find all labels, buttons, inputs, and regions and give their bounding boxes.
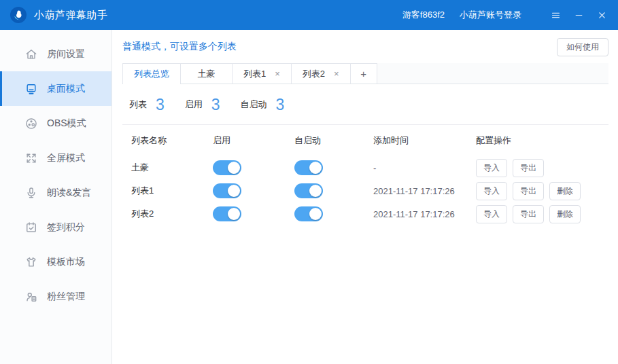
app-body: 房间设置桌面模式OBS模式全屏模式朗读&发言签到积分模板市场粉丝管理 普通模式，… — [0, 30, 618, 364]
sidebar-item-label: 桌面模式 — [47, 83, 85, 95]
autostart-toggle[interactable] — [294, 183, 323, 198]
fullscreen-icon — [24, 151, 38, 165]
desktop-icon — [24, 82, 38, 96]
add-tab-button[interactable]: + — [350, 63, 377, 84]
login-link[interactable]: 小葫芦账号登录 — [460, 9, 521, 21]
sidebar-item-label: OBS模式 — [47, 117, 86, 130]
enabled-toggle[interactable] — [213, 160, 241, 175]
import-button[interactable]: 导入 — [476, 182, 507, 200]
stat-value: 3 — [276, 96, 285, 114]
column-header: 添加时间 — [373, 134, 476, 147]
microphone-icon — [24, 186, 38, 200]
shirt-icon — [24, 255, 38, 269]
column-header: 列表名称 — [131, 134, 213, 147]
main-header: 普通模式，可设置多个列表 如何使用 — [122, 39, 608, 55]
stat-label: 启用 — [185, 98, 203, 111]
tab-close-icon[interactable]: × — [334, 69, 339, 78]
sidebar: 房间设置桌面模式OBS模式全屏模式朗读&发言签到积分模板市场粉丝管理 — [0, 30, 112, 364]
menu-icon[interactable] — [549, 8, 562, 22]
stat-0: 列表3 — [129, 96, 165, 114]
toggle-knob — [228, 162, 240, 174]
sidebar-item-label: 朗读&发言 — [47, 187, 91, 199]
tab-list2[interactable]: 列表2× — [291, 63, 351, 84]
close-icon[interactable] — [595, 8, 608, 22]
tab-overview[interactable]: 列表总览 — [122, 63, 181, 84]
tab-bar: 列表总览土豪列表1×列表2×+ — [122, 63, 608, 84]
actions-cell: 导入导出删除 — [476, 205, 608, 223]
minimize-icon[interactable] — [572, 8, 585, 22]
stat-value: 3 — [156, 96, 165, 114]
sidebar-item-label: 模板市场 — [47, 256, 85, 268]
sidebar-item-fans-manage[interactable]: 粉丝管理 — [0, 279, 111, 314]
autostart-cell — [294, 183, 373, 198]
list-name: 列表2 — [131, 208, 213, 220]
table-row: 列表22021-11-17 17:17:26导入导出删除 — [122, 202, 608, 225]
stat-1: 启用3 — [185, 96, 220, 114]
sidebar-item-checkin-points[interactable]: 签到积分 — [0, 210, 111, 244]
tab-close-icon[interactable]: × — [275, 69, 280, 78]
obs-icon — [24, 117, 38, 130]
lists-table: 列表名称启用自启动添加时间配置操作 土豪-导入导出列表12021-11-17 1… — [122, 125, 608, 225]
autostart-toggle[interactable] — [294, 206, 323, 221]
stat-value: 3 — [211, 96, 220, 114]
toggle-knob — [228, 185, 240, 197]
tab-list1[interactable]: 列表1× — [232, 63, 292, 84]
app-title: 小葫芦弹幕助手 — [34, 9, 108, 22]
autostart-cell — [294, 206, 373, 221]
enabled-cell — [213, 206, 294, 221]
table-body: 土豪-导入导出列表12021-11-17 17:17:26导入导出删除列表220… — [122, 156, 608, 225]
sidebar-item-obs-mode[interactable]: OBS模式 — [0, 106, 111, 141]
sidebar-item-room-settings[interactable]: 房间设置 — [0, 37, 111, 71]
sidebar-item-desktop-mode[interactable]: 桌面模式 — [0, 71, 111, 106]
autostart-toggle[interactable] — [294, 160, 323, 175]
table-header: 列表名称启用自启动添加时间配置操作 — [122, 125, 608, 156]
enabled-toggle[interactable] — [213, 206, 241, 221]
guest-account-label[interactable]: 游客f863f2 — [402, 9, 445, 21]
toggle-knob — [309, 162, 322, 174]
titlebar: 小葫芦弹幕助手 游客f863f2 小葫芦账号登录 — [0, 0, 618, 30]
actions-cell: 导入导出 — [476, 159, 608, 177]
tab-label: 列表2 — [303, 68, 325, 80]
enabled-cell — [213, 160, 294, 175]
app-logo-icon — [10, 6, 27, 24]
column-header: 启用 — [213, 134, 294, 147]
import-button[interactable]: 导入 — [476, 159, 507, 177]
column-header: 配置操作 — [476, 134, 608, 147]
help-button[interactable]: 如何使用 — [557, 38, 608, 56]
sidebar-item-template-market[interactable]: 模板市场 — [0, 244, 111, 279]
export-button[interactable]: 导出 — [513, 205, 544, 223]
list-name: 土豪 — [131, 162, 213, 174]
stat-2: 自启动3 — [241, 96, 285, 114]
sidebar-item-fullscreen-mode[interactable]: 全屏模式 — [0, 141, 111, 175]
tab-label: 列表1 — [243, 68, 266, 80]
enabled-toggle[interactable] — [213, 183, 241, 198]
stat-label: 自启动 — [241, 98, 267, 111]
sidebar-item-label: 全屏模式 — [47, 152, 85, 164]
autostart-cell — [294, 160, 373, 175]
sidebar-item-label: 房间设置 — [47, 48, 85, 60]
export-button[interactable]: 导出 — [513, 182, 544, 200]
fans-icon — [24, 290, 38, 304]
added-time: 2021-11-17 17:17:26 — [373, 186, 476, 196]
import-button[interactable]: 导入 — [476, 205, 507, 223]
list-name: 列表1 — [131, 185, 213, 197]
tab-label: 土豪 — [198, 68, 216, 80]
sidebar-item-label: 粉丝管理 — [47, 291, 85, 303]
export-button[interactable]: 导出 — [513, 159, 544, 177]
added-time: 2021-11-17 17:17:26 — [373, 209, 476, 219]
toggle-knob — [309, 185, 322, 197]
enabled-cell — [213, 183, 294, 198]
actions-cell: 导入导出删除 — [476, 182, 608, 200]
main-content: 普通模式，可设置多个列表 如何使用 列表总览土豪列表1×列表2×+ 列表3启用3… — [112, 30, 618, 364]
titlebar-left: 小葫芦弹幕助手 — [10, 6, 108, 24]
tab-label: 列表总览 — [134, 68, 169, 80]
column-header: 自启动 — [294, 134, 373, 147]
delete-button[interactable]: 删除 — [549, 205, 581, 223]
toggle-knob — [309, 208, 322, 220]
table-row: 土豪-导入导出 — [122, 156, 608, 179]
titlebar-right: 游客f863f2 小葫芦账号登录 — [402, 8, 608, 22]
tab-tuhao[interactable]: 土豪 — [180, 63, 233, 84]
table-row: 列表12021-11-17 17:17:26导入导出删除 — [122, 179, 608, 202]
delete-button[interactable]: 删除 — [549, 182, 581, 200]
sidebar-item-speech[interactable]: 朗读&发言 — [0, 175, 111, 210]
